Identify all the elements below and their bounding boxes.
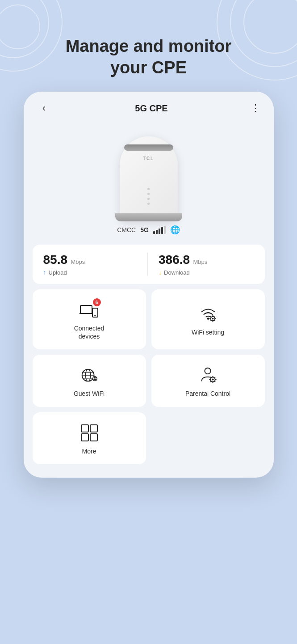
parental-control-label: Parental Control <box>185 390 230 398</box>
phone-header: ‹ 5G CPE ⋮ <box>24 92 274 119</box>
upload-unit: Mbps <box>71 258 85 265</box>
back-button[interactable]: ‹ <box>36 102 52 114</box>
hero-section: Manage and monitor your CPE <box>0 0 297 92</box>
feature-menu-grid: 6 Connecteddevices <box>33 289 265 464</box>
wifi-setting-label: WiFi setting <box>192 328 224 336</box>
upload-arrow-icon: ↑ <box>43 269 46 276</box>
svg-line-29 <box>210 377 211 378</box>
svg-rect-33 <box>81 425 88 432</box>
svg-rect-34 <box>90 425 97 432</box>
parental-control-icon <box>198 365 218 385</box>
parental-control-button[interactable]: Parental Control <box>151 355 265 407</box>
svg-point-21 <box>94 377 96 379</box>
globe-icon: 🌐 <box>170 225 180 235</box>
svg-line-32 <box>210 381 211 382</box>
network-name: CMCC <box>117 226 136 233</box>
wifi-setting-button[interactable]: WiFi setting <box>151 289 265 349</box>
svg-line-13 <box>214 317 214 317</box>
phone-mockup: ‹ 5G CPE ⋮ TCL CMCC 5G <box>24 92 274 478</box>
upload-value: 85.8 <box>43 253 68 267</box>
connected-devices-label: Connecteddevices <box>74 324 105 340</box>
svg-point-22 <box>205 368 210 374</box>
download-arrow-icon: ↓ <box>159 269 162 276</box>
router-ring <box>124 144 173 151</box>
svg-line-12 <box>214 320 214 321</box>
svg-line-11 <box>210 317 211 317</box>
router-dots <box>147 188 150 205</box>
guest-wifi-icon <box>79 365 99 385</box>
wifi-settings-icon <box>198 304 218 324</box>
connected-devices-button[interactable]: 6 Connecteddevices <box>33 289 146 349</box>
speed-stats-card: 85.8 Mbps ↑ Upload 386.8 Mbps ↓ Download <box>33 245 265 284</box>
router-base <box>115 213 182 221</box>
guest-wifi-label: Guest WiFi <box>74 390 105 398</box>
svg-point-24 <box>212 379 213 381</box>
svg-rect-36 <box>90 434 97 441</box>
download-unit: Mbps <box>193 258 208 265</box>
svg-line-14 <box>210 320 211 321</box>
page-title: Manage and monitor your CPE <box>0 36 297 78</box>
svg-rect-35 <box>81 434 88 441</box>
svg-line-31 <box>214 377 215 378</box>
download-label: ↓ Download <box>159 269 254 276</box>
router-brand: TCL <box>143 156 154 161</box>
guest-wifi-button[interactable]: Guest WiFi <box>33 355 146 407</box>
devices-icon: 6 <box>79 300 99 320</box>
upload-stat: 85.8 Mbps ↑ Upload <box>43 253 148 276</box>
more-label: More <box>82 447 96 455</box>
svg-line-30 <box>214 381 215 382</box>
signal-strength-indicator <box>153 226 166 234</box>
download-value: 386.8 <box>159 253 190 267</box>
more-menu-button[interactable]: ⋮ <box>251 102 261 114</box>
svg-rect-2 <box>92 308 98 317</box>
upload-label: ↑ Upload <box>43 269 139 276</box>
router-display: TCL CMCC 5G 🌐 <box>24 119 274 239</box>
network-generation: 5G <box>140 226 149 233</box>
more-apps-icon <box>79 423 99 443</box>
svg-point-6 <box>212 318 213 320</box>
phone-screen-title: 5G CPE <box>135 103 167 114</box>
router-image: TCL <box>104 123 193 221</box>
svg-rect-0 <box>80 305 92 314</box>
svg-point-4 <box>207 318 209 320</box>
network-info: CMCC 5G 🌐 <box>117 225 180 235</box>
more-button[interactable]: More <box>33 412 146 464</box>
download-stat: 386.8 Mbps ↓ Download <box>148 253 254 276</box>
devices-badge: 6 <box>93 298 101 306</box>
